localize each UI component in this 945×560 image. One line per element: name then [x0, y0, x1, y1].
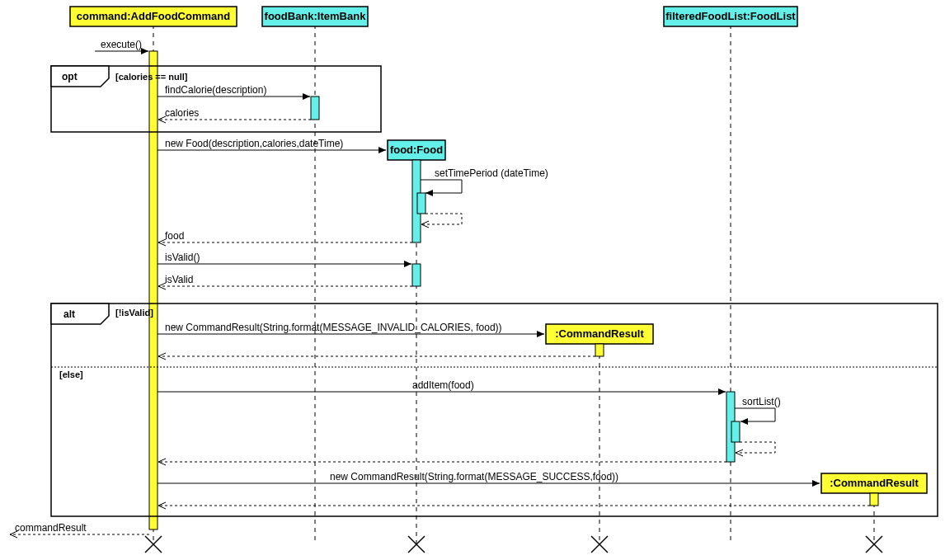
msg-food-return-label: food [165, 230, 184, 242]
msg-findcalorie-label: findCalorie(description) [165, 84, 266, 96]
frame-alt-guard2: [else] [59, 369, 83, 379]
activation-command [149, 51, 158, 529]
msg-settimeperiod-return [421, 214, 462, 224]
msg-newfood-label: new Food(description,calories,dateTime) [165, 138, 343, 149]
msg-settimeperiod-label: setTimePeriod (dateTime) [435, 167, 548, 179]
frame-opt-label: opt [62, 71, 78, 82]
participant-food-label: food:Food [390, 144, 443, 156]
activation-cmdresult1 [595, 344, 604, 356]
msg-execute-label: execute() [101, 39, 142, 50]
participant-filteredfoodlist-label: filteredFoodList:FoodList [665, 10, 796, 22]
participant-cmdresult2-label: :CommandResult [830, 477, 919, 489]
frame-opt-label-box [51, 66, 109, 87]
participant-command-label: command:AddFoodCommand [77, 10, 230, 22]
frame-opt-guard: [calories == null] [115, 72, 188, 82]
msg-isvalid-label: isValid() [165, 252, 200, 263]
msg-sortlist-label: sortList() [742, 396, 781, 407]
participant-cmdresult1-label: :CommandResult [555, 327, 644, 340]
msg-settimeperiod [421, 180, 462, 193]
msg-calories-return-label: calories [165, 107, 199, 119]
activation-cmdresult2 [870, 493, 878, 506]
activation-settimeperiod [417, 193, 425, 214]
activation-sortlist [731, 421, 740, 442]
msg-newcmdresult-success-label: new CommandResult(String.format(MESSAGE_… [330, 471, 618, 482]
frame-alt-label: alt [63, 308, 75, 320]
frame-alt-label-box [51, 304, 109, 324]
destroy-food [408, 536, 425, 553]
msg-sortlist [735, 408, 775, 421]
activation-isvalid [412, 264, 421, 286]
msg-newcmdresult-invalid-label: new CommandResult(String.format(MESSAGE_… [165, 322, 502, 333]
msg-commandresult-return-label: commandResult [15, 522, 87, 534]
msg-sortlist-return [736, 442, 775, 453]
frame-alt [51, 304, 938, 516]
msg-isvalid-return-label: isValid [165, 274, 193, 285]
msg-additem-label: addItem(food) [412, 379, 474, 391]
activation-foodbank [311, 96, 319, 120]
frame-alt-guard1: [!isValid] [115, 308, 153, 318]
participant-foodbank-label: foodBank:ItemBank [265, 10, 367, 22]
